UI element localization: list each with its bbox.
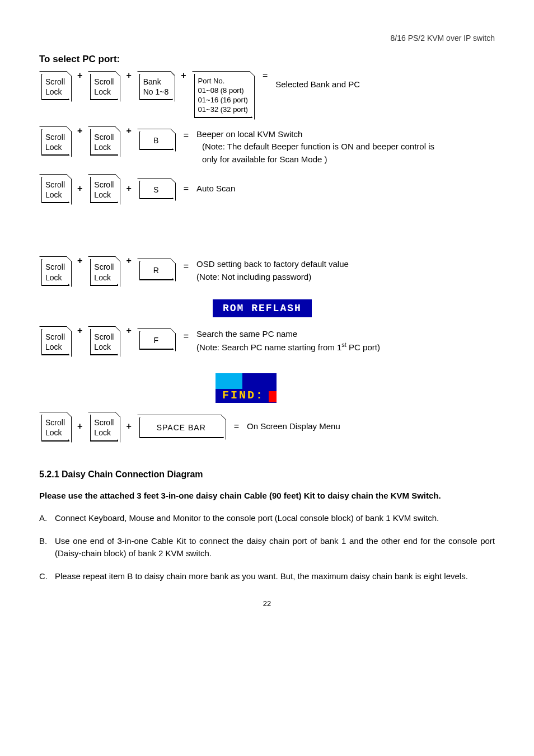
plus-symbol: +	[77, 71, 82, 81]
scroll-lock-key: Scroll Lock	[41, 259, 69, 285]
note-sup: st	[341, 341, 346, 348]
hotkey-row-select-port: Scroll Lock + Scroll Lock + Bank No 1~8 …	[39, 71, 495, 118]
list-item: B.Use one end of 3-in-one Cable Kit to c…	[39, 535, 495, 560]
hotkey-row-beeper: Scroll Lock + Scroll Lock + B = Beeper o…	[39, 126, 495, 166]
plus-symbol: +	[126, 184, 131, 194]
list-text: Use one end of 3-in-one Cable Kit to con…	[55, 536, 495, 558]
plus-symbol: +	[126, 256, 131, 266]
scroll-lock-key: Scroll Lock	[41, 177, 69, 203]
page: 8/16 PS/2 KVM over IP switch To select P…	[0, 0, 534, 630]
plus-symbol: +	[126, 421, 131, 431]
plus-symbol: +	[126, 71, 131, 81]
plus-symbol: +	[126, 126, 131, 136]
osd-reset-note: (Note: Not including password)	[196, 272, 311, 281]
page-number: 22	[39, 599, 495, 608]
scroll-lock-key: Scroll Lock	[41, 415, 69, 441]
subsection-heading: 5.2.1 Daisy Chain Connection Diagram	[39, 469, 495, 480]
scroll-lock-key: Scroll Lock	[90, 415, 118, 441]
equals-symbol: =	[263, 71, 268, 81]
result-text: OSD setting back to factory default valu…	[196, 258, 349, 283]
hotkey-row-osd-reset: Scroll Lock + Scroll Lock + R = OSD sett…	[39, 256, 495, 285]
beeper-title: Beeper on local KVM Switch	[196, 129, 302, 139]
s-key: S	[139, 181, 174, 199]
find-box-filler	[216, 373, 242, 389]
plus-symbol: +	[126, 326, 131, 336]
note-pre: (Note: Search PC name starting from 1	[196, 342, 341, 352]
scroll-lock-key: Scroll Lock	[90, 259, 118, 285]
list-text: Connect Keyboard, Mouse and Monitor to t…	[55, 513, 439, 523]
hotkey-row-osd-menu: Scroll Lock + Scroll Lock + SPACE BAR = …	[39, 411, 495, 441]
list-text: Please repeat item B to daisy chain more…	[55, 571, 468, 581]
result-text: Search the same PC name (Note: Search PC…	[196, 328, 380, 354]
result-text: On Screen Display Menu	[247, 420, 340, 433]
instruction-bold: Please use the attached 3 feet 3-in-one …	[39, 490, 495, 503]
b-key: B	[139, 132, 174, 150]
plus-symbol: +	[77, 421, 82, 431]
hotkey-row-find: Scroll Lock + Scroll Lock + F = Search t…	[39, 326, 495, 355]
equals-symbol: =	[184, 331, 189, 341]
result-text: Beeper on local KVM Switch (Note: The de…	[196, 128, 443, 166]
osd-reset-title: OSD setting back to factory default valu…	[196, 259, 349, 269]
plus-symbol: +	[181, 71, 186, 81]
equals-symbol: =	[184, 130, 189, 140]
equals-symbol: =	[234, 421, 239, 431]
plus-symbol: +	[77, 184, 82, 194]
plus-symbol: +	[77, 126, 82, 136]
search-note: (Note: Search PC name starting from 1st …	[196, 342, 380, 352]
list-item: A.Connect Keyboard, Mouse and Monitor to…	[39, 512, 495, 525]
scroll-lock-key: Scroll Lock	[41, 329, 69, 355]
instruction-list: A.Connect Keyboard, Mouse and Monitor to…	[39, 512, 495, 583]
scroll-lock-key: Scroll Lock	[41, 74, 69, 100]
find-cursor	[269, 391, 277, 402]
scroll-lock-key: Scroll Lock	[90, 329, 118, 355]
search-title: Search the same PC name	[196, 329, 297, 339]
list-marker: B.	[39, 535, 47, 548]
rom-reflash-bar: ROM REFLASH	[213, 299, 312, 317]
spacebar-key: SPACE BAR	[139, 417, 224, 438]
find-box: FIND:	[216, 373, 277, 403]
note-post: PC port)	[346, 342, 380, 352]
page-header: 8/16 PS/2 KVM over IP switch	[39, 34, 495, 43]
result-text: Auto Scan	[196, 182, 235, 195]
plus-symbol: +	[77, 326, 82, 336]
scroll-lock-key: Scroll Lock	[41, 129, 69, 156]
r-key: R	[139, 261, 174, 280]
section-title: To select PC port:	[39, 54, 495, 65]
hotkey-row-autoscan: Scroll Lock + Scroll Lock + S = Auto Sca…	[39, 173, 495, 203]
scroll-lock-key: Scroll Lock	[90, 129, 118, 156]
list-item: C.Please repeat item B to daisy chain mo…	[39, 570, 495, 583]
bank-key: Bank No 1~8	[139, 74, 174, 100]
find-label: FIND:	[216, 389, 269, 403]
plus-symbol: +	[77, 256, 82, 266]
list-marker: A.	[39, 512, 47, 525]
equals-symbol: =	[184, 184, 189, 194]
beeper-note: (Note: The default Beeper function is ON…	[196, 140, 443, 166]
result-text: Selected Bank and PC	[275, 78, 360, 91]
scroll-lock-key: Scroll Lock	[90, 74, 118, 100]
port-no-key: Port No. 01~08 (8 port) 01~16 (16 port) …	[194, 74, 252, 118]
f-key: F	[139, 331, 174, 350]
scroll-lock-key: Scroll Lock	[90, 177, 118, 203]
equals-symbol: =	[184, 261, 189, 271]
list-marker: C.	[39, 570, 48, 583]
